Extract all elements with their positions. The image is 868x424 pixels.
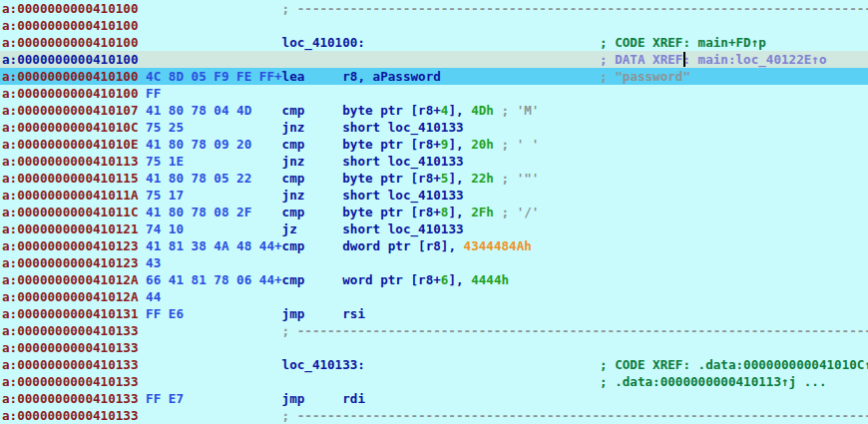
separator-line[interactable]: a:0000000000410133 ; -------------------…	[0, 407, 868, 424]
code-text: short loc_410133	[342, 154, 463, 169]
comment: ; "password"	[600, 69, 690, 84]
comment: ; ' '	[494, 137, 540, 152]
opcode-bytes: FF E6	[146, 306, 184, 321]
code-text: jnz	[282, 154, 305, 169]
code-text: jnz	[282, 120, 305, 135]
code-xref-comment: ; CODE XREF: .data:000000000041010C↑j	[600, 357, 868, 372]
code-text: ],	[448, 171, 471, 186]
instruction-line[interactable]: a:0000000000410123 41 81 38 4A 48 44+cmp…	[0, 237, 868, 254]
instruction-line[interactable]: a:0000000000410121 74 10 jz short loc_41…	[0, 220, 868, 237]
address: a:0000000000410133	[2, 357, 138, 372]
address: a:0000000000410113	[2, 154, 138, 169]
instruction-line[interactable]: a:000000000041010E 41 80 78 09 20 cmp by…	[0, 136, 868, 153]
address: a:0000000000410121	[2, 221, 138, 236]
code-text: loc_410100:	[282, 35, 365, 50]
address: a:000000000041012A	[2, 289, 138, 304]
address: a:0000000000410100	[2, 35, 138, 50]
opcode-bytes: 41 80 78 05 22	[146, 171, 251, 186]
disassembly-view[interactable]: a:0000000000410100 ; -------------------…	[0, 0, 868, 424]
instruction-line[interactable]: a:0000000000410107 41 80 78 04 4D cmp by…	[0, 102, 868, 119]
number-literal: 2Fh	[471, 205, 494, 219]
blank-line[interactable]: a:0000000000410133	[0, 339, 868, 356]
code-text: a:0000000000410100	[2, 52, 138, 67]
address: a:000000000041012A	[2, 272, 138, 287]
opcode-bytes: 43	[146, 255, 161, 270]
code-text: byte ptr [r8+	[342, 137, 441, 152]
address: a:0000000000410100	[2, 86, 138, 101]
code-text: rsi	[342, 306, 365, 321]
byte-continuation-line[interactable]: a:0000000000410123 43	[0, 254, 868, 271]
code-xref-comment: ; .data:0000000000410113↑j ...	[600, 374, 826, 389]
opcode-bytes: 75 25	[146, 120, 184, 135]
code-text: cmp	[282, 272, 305, 287]
code-text: dword ptr [r8],	[342, 238, 463, 253]
address: a:0000000000410100	[2, 1, 138, 16]
blank-line[interactable]: a:0000000000410100	[0, 17, 868, 34]
address: a:0000000000410133	[2, 374, 138, 389]
xref-comment-line[interactable]: a:0000000000410100 ; DATA XREF: main:loc…	[0, 51, 868, 68]
separator-line[interactable]: a:0000000000410133 ; -------------------…	[0, 322, 868, 339]
instruction-line[interactable]: a:0000000000410115 41 80 78 05 22 cmp by…	[0, 170, 868, 187]
opcode-bytes: 74 10	[146, 221, 184, 236]
number-literal-orange: 4344484Ah	[464, 238, 532, 253]
address: a:0000000000410123	[2, 238, 138, 253]
code-text: cmp	[282, 205, 305, 219]
address: a:0000000000410123	[2, 255, 138, 270]
label-line[interactable]: a:0000000000410133 loc_410133: ; CODE XR…	[0, 356, 868, 373]
code-text: ],	[448, 272, 471, 287]
instruction-line[interactable]: a:000000000041011A 75 17 jnz short loc_4…	[0, 187, 868, 204]
code-text: cmp	[282, 137, 305, 152]
opcode-bytes: FF E7	[146, 391, 184, 406]
code-text: jmp	[282, 391, 305, 406]
opcode-bytes: 4C 8D 05 F9 FE FF+	[146, 69, 281, 84]
instruction-line[interactable]: a:000000000041011C 41 80 78 08 2F cmp by…	[0, 204, 868, 220]
address: a:0000000000410133	[2, 323, 138, 338]
opcode-bytes: 41 81 38 4A 48 44+	[146, 238, 281, 253]
opcode-bytes: 75 17	[146, 188, 184, 203]
address: a:000000000041011C	[2, 205, 138, 219]
comment: ; '"'	[494, 171, 540, 186]
xref-comment-line[interactable]: a:0000000000410133 ; .data:0000000000410…	[0, 373, 868, 390]
address: a:0000000000410100	[2, 18, 138, 33]
text-caret	[683, 52, 685, 67]
opcode-bytes: 66 41 81 78 06 44+	[146, 272, 281, 287]
address: a:000000000041011A	[2, 188, 138, 203]
comment: ; --------------------------------------…	[282, 408, 868, 423]
address: a:0000000000410100	[2, 69, 138, 84]
code-text: lea	[282, 69, 305, 84]
code-text: ],	[448, 205, 471, 219]
byte-continuation-line[interactable]: a:0000000000410100 FF	[0, 85, 868, 102]
instruction-line[interactable]: a:000000000041012A 66 41 81 78 06 44+cmp…	[0, 271, 868, 288]
address: a:0000000000410131	[2, 306, 138, 321]
code-text: byte ptr [r8+	[342, 103, 441, 118]
instruction-line[interactable]: a:000000000041010C 75 25 jnz short loc_4…	[0, 119, 868, 136]
byte-continuation-line[interactable]: a:000000000041012A 44	[0, 288, 868, 305]
opcode-bytes: 41 80 78 08 2F	[146, 205, 251, 219]
opcode-bytes: 75 1E	[146, 154, 184, 169]
code-text: jnz	[282, 188, 305, 203]
address: a:0000000000410133	[2, 340, 138, 355]
address: a:000000000041010E	[2, 137, 138, 152]
code-text: ],	[448, 103, 471, 118]
instruction-line[interactable]: a:0000000000410131 FF E6 jmp rsi	[0, 305, 868, 322]
code-text: cmp	[282, 103, 305, 118]
code-text: r8, aPassword	[342, 69, 441, 84]
separator-line[interactable]: a:0000000000410100 ; -------------------…	[0, 0, 868, 17]
opcode-bytes: FF	[146, 86, 161, 101]
code-xref-comment: ; CODE XREF: main+FD↑p	[600, 35, 766, 50]
instruction-line[interactable]: a:0000000000410113 75 1E jnz short loc_4…	[0, 153, 868, 170]
code-text: word ptr [r8+	[342, 272, 441, 287]
address: a:0000000000410115	[2, 171, 138, 186]
comment: ; 'M'	[494, 103, 540, 118]
number-literal: 4Dh	[471, 103, 494, 118]
code-text: ],	[448, 137, 471, 152]
code-text: short loc_410133	[342, 221, 463, 236]
code-text: jz	[282, 221, 297, 236]
label-line[interactable]: a:0000000000410100 loc_410100: ; CODE XR…	[0, 34, 868, 51]
code-text: byte ptr [r8+	[342, 171, 441, 186]
instruction-line[interactable]: a:0000000000410133 FF E7 jmp rdi	[0, 390, 868, 407]
code-text: short loc_410133	[342, 188, 463, 203]
instruction-line[interactable]: a:0000000000410100 4C 8D 05 F9 FE FF+lea…	[0, 68, 868, 85]
comment: ; '/'	[494, 205, 540, 219]
code-text: cmp	[282, 238, 305, 253]
